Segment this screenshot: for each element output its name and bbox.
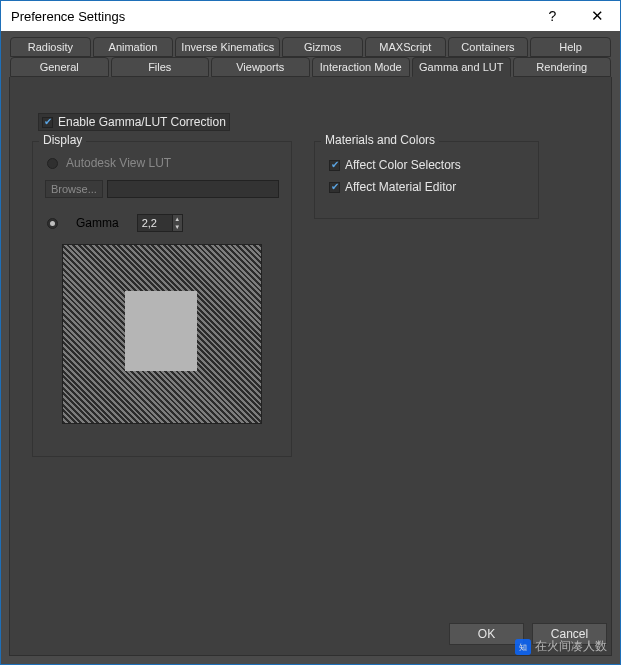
radio-icon bbox=[47, 218, 58, 229]
tab-gizmos[interactable]: Gizmos bbox=[282, 37, 363, 57]
gamma-spinner[interactable]: 2,2 ▲ ▼ bbox=[137, 214, 183, 232]
gamma-value: 2,2 bbox=[138, 217, 172, 229]
tab-containers[interactable]: Containers bbox=[448, 37, 529, 57]
checkmark-icon: ✔ bbox=[329, 160, 340, 171]
lut-radio-label: Autodesk View LUT bbox=[66, 156, 171, 170]
tab-files[interactable]: Files bbox=[111, 57, 210, 77]
spinner-arrows[interactable]: ▲ ▼ bbox=[172, 215, 182, 231]
tabs-area: Radiosity Animation Inverse Kinematics G… bbox=[1, 31, 620, 77]
tab-inverse-kinematics[interactable]: Inverse Kinematics bbox=[175, 37, 280, 57]
titlebar: Preference Settings ? ✕ bbox=[1, 1, 620, 31]
cancel-button[interactable]: Cancel bbox=[532, 623, 607, 645]
checkmark-icon: ✔ bbox=[42, 117, 53, 128]
chevron-down-icon[interactable]: ▼ bbox=[172, 223, 182, 231]
tab-help[interactable]: Help bbox=[530, 37, 611, 57]
tab-viewports[interactable]: Viewports bbox=[211, 57, 310, 77]
window-title: Preference Settings bbox=[11, 9, 530, 24]
tab-content: ✔ Enable Gamma/LUT Correction Display Au… bbox=[9, 77, 612, 656]
enable-gamma-checkbox[interactable]: ✔ Enable Gamma/LUT Correction bbox=[38, 113, 230, 131]
gamma-radio-label: Gamma bbox=[76, 216, 119, 230]
ok-button[interactable]: OK bbox=[449, 623, 524, 645]
display-legend: Display bbox=[39, 133, 86, 147]
lut-path-field[interactable] bbox=[107, 180, 279, 198]
tab-general[interactable]: General bbox=[10, 57, 109, 77]
columns: Display Autodesk View LUT Browse... Gamm… bbox=[32, 141, 589, 457]
affect-color-selectors-label: Affect Color Selectors bbox=[345, 158, 461, 172]
chevron-up-icon[interactable]: ▲ bbox=[172, 215, 182, 223]
radio-icon bbox=[47, 158, 58, 169]
enable-gamma-label: Enable Gamma/LUT Correction bbox=[58, 115, 226, 129]
help-button[interactable]: ? bbox=[530, 1, 575, 31]
affect-material-editor-checkbox[interactable]: ✔ Affect Material Editor bbox=[329, 180, 526, 194]
tab-animation[interactable]: Animation bbox=[93, 37, 174, 57]
tab-interaction-mode[interactable]: Interaction Mode bbox=[312, 57, 411, 77]
preference-window: Preference Settings ? ✕ Radiosity Animat… bbox=[0, 0, 621, 665]
tab-row-1: Radiosity Animation Inverse Kinematics G… bbox=[9, 37, 612, 57]
materials-legend: Materials and Colors bbox=[321, 133, 439, 147]
gamma-preview-inner bbox=[125, 291, 197, 371]
dialog-footer: OK Cancel bbox=[449, 623, 607, 645]
display-group: Display Autodesk View LUT Browse... Gamm… bbox=[32, 141, 292, 457]
browse-button[interactable]: Browse... bbox=[45, 180, 103, 198]
close-button[interactable]: ✕ bbox=[575, 1, 620, 31]
gamma-preview bbox=[62, 244, 262, 424]
gamma-radio-row[interactable]: Gamma 2,2 ▲ ▼ bbox=[47, 214, 279, 232]
affect-material-editor-label: Affect Material Editor bbox=[345, 180, 456, 194]
tab-row-2: General Files Viewports Interaction Mode… bbox=[9, 57, 612, 77]
checkmark-icon: ✔ bbox=[329, 182, 340, 193]
affect-color-selectors-checkbox[interactable]: ✔ Affect Color Selectors bbox=[329, 158, 526, 172]
lut-browse-row: Browse... bbox=[45, 180, 279, 198]
tab-maxscript[interactable]: MAXScript bbox=[365, 37, 446, 57]
tab-rendering[interactable]: Rendering bbox=[513, 57, 612, 77]
tab-gamma-and-lut[interactable]: Gamma and LUT bbox=[412, 57, 511, 77]
tab-radiosity[interactable]: Radiosity bbox=[10, 37, 91, 57]
lut-radio-row[interactable]: Autodesk View LUT bbox=[47, 156, 279, 170]
materials-group: Materials and Colors ✔ Affect Color Sele… bbox=[314, 141, 539, 219]
